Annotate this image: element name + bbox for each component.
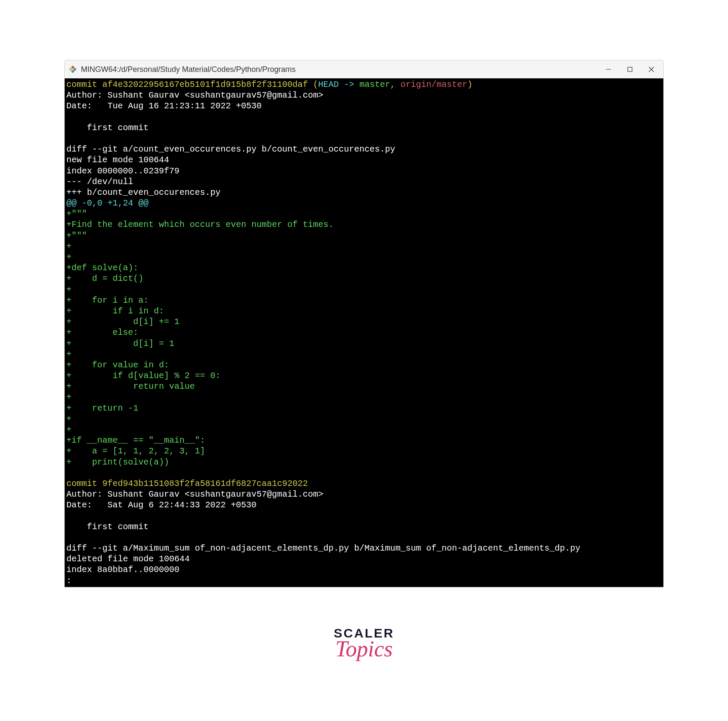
- terminal-content[interactable]: commit af4e32022956167eb5101f1d915b8f2f3…: [65, 78, 663, 587]
- diff-add: +Find the element which occurs even numb…: [66, 220, 334, 229]
- app-icon: [68, 65, 78, 74]
- date-line: Date: Tue Aug 16 21:23:11 2022 +0530: [66, 101, 262, 111]
- svg-marker-4: [69, 68, 72, 71]
- date-line: Date: Sat Aug 6 22:44:33 2022 +0530: [66, 500, 257, 510]
- diff-add: + if i in d:: [66, 306, 164, 316]
- diff-add: +: [66, 349, 72, 359]
- svg-rect-6: [628, 67, 632, 72]
- diff-add: +: [66, 252, 72, 262]
- diff-add: + return value: [66, 381, 195, 391]
- window-title: MINGW64:/d/Personal/Study Material/Codes…: [81, 65, 604, 74]
- diff-add: + a = [1, 1, 2, 2, 3, 1]: [66, 446, 205, 456]
- diff-add: + for value in d:: [66, 360, 169, 370]
- author-line: Author: Sushant Gaurav <sushantgaurav57@…: [66, 90, 323, 100]
- close-button[interactable]: [647, 65, 656, 74]
- head-ref: HEAD ->: [318, 80, 359, 89]
- commit-line: commit af4e32022956167eb5101f1d915b8f2f3…: [66, 80, 318, 89]
- origin-master: origin/master: [400, 80, 467, 89]
- diff-add: + for i in a:: [66, 295, 149, 305]
- diff-add: +: [66, 241, 72, 251]
- diff-header: diff --git a/count_even_occurences.py b/…: [66, 144, 395, 154]
- commit-msg: first commit: [66, 123, 149, 133]
- diff-add: + if d[value] % 2 == 0:: [66, 371, 221, 381]
- diff-add: + print(solve(a)): [66, 457, 169, 467]
- titlebar: MINGW64:/d/Personal/Study Material/Codes…: [65, 60, 663, 78]
- diff-add: +: [66, 392, 72, 402]
- diff-add: +if __name__ == "__main__":: [66, 435, 205, 445]
- diff-index: index 0000000..0239f79: [66, 166, 179, 176]
- svg-marker-3: [71, 70, 74, 73]
- diff-add: +""": [66, 209, 87, 219]
- branch-master: master: [359, 80, 390, 89]
- diff-add: + else:: [66, 328, 138, 337]
- commit-line: commit 9fed943b1151083f2fa58161df6827caa…: [66, 479, 308, 489]
- diff-add: +: [66, 414, 72, 424]
- diff-add: +: [66, 285, 72, 295]
- ref-sep: ,: [390, 80, 400, 89]
- diff-add: +def solve(a):: [66, 263, 138, 273]
- diff-add: +""": [66, 231, 87, 241]
- diff-index: index 8a0bbaf..0000000: [66, 565, 179, 575]
- window-controls: [604, 65, 660, 74]
- svg-marker-1: [71, 66, 74, 69]
- pager-prompt: :: [66, 576, 72, 586]
- logo-topics-text: Topics: [334, 636, 394, 661]
- minimize-button[interactable]: [604, 65, 613, 74]
- diff-to: +++ b/count_even_occurences.py: [66, 188, 221, 197]
- diff-add: +: [66, 425, 72, 435]
- commit-msg: first commit: [66, 522, 149, 532]
- author-line: Author: Sushant Gaurav <sushantgaurav57@…: [66, 489, 323, 499]
- diff-mode: deleted file mode 100644: [66, 554, 190, 564]
- maximize-button[interactable]: [626, 65, 634, 74]
- svg-marker-2: [73, 68, 76, 71]
- diff-add: + return -1: [66, 403, 138, 413]
- terminal-window: MINGW64:/d/Personal/Study Material/Codes…: [64, 60, 664, 587]
- diff-from: --- /dev/null: [66, 177, 133, 187]
- ref-close: ): [467, 80, 472, 89]
- diff-mode: new file mode 100644: [66, 155, 169, 165]
- diff-hunk: @@ -0,0 +1,24 @@: [66, 198, 149, 208]
- diff-add: + d = dict(): [66, 274, 143, 283]
- diff-add: + d[i] += 1: [66, 317, 179, 327]
- diff-header: diff --git a/Maximum_sum of_non-adjacent…: [66, 543, 580, 553]
- scaler-logo: SCALER Topics: [334, 626, 394, 661]
- diff-add: + d[i] = 1: [66, 339, 174, 349]
